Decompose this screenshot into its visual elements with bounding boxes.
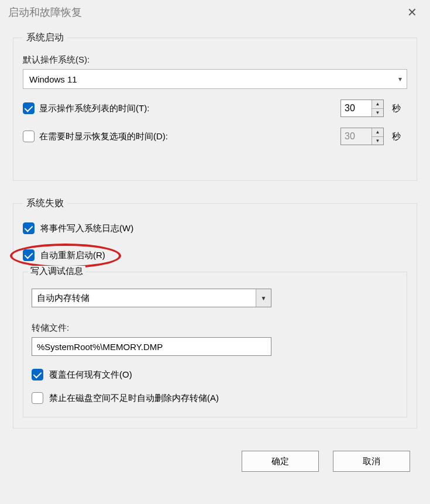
overwrite-label: 覆盖任何现有文件(O)	[49, 369, 132, 380]
window-title: 启动和故障恢复	[8, 5, 82, 19]
default-os-label: 默认操作系统(S):	[23, 54, 407, 66]
close-icon[interactable]: ✕	[403, 3, 422, 22]
show-os-list-seconds-input[interactable]	[341, 100, 371, 116]
chevron-down-icon: ▼	[256, 289, 271, 307]
write-log-label: 将事件写入系统日志(W)	[40, 223, 133, 234]
debug-info-legend: 写入调试信息	[28, 266, 85, 277]
system-failure-legend: 系统失败	[23, 197, 67, 210]
nodelete-label: 禁止在磁盘空间不足时自动删除内存转储(A)	[49, 393, 219, 404]
write-log-checkbox[interactable]	[23, 222, 35, 234]
dump-type-select[interactable]: 自动内存转储 ▼	[32, 289, 271, 307]
spinner-up-icon[interactable]: ▲	[372, 100, 383, 109]
dump-file-input[interactable]: %SystemRoot%\MEMORY.DMP	[32, 337, 271, 356]
dialog-footer: 确定 取消	[0, 445, 430, 478]
debug-info-subgroup: 写入调试信息 自动内存转储 ▼ 转储文件: %SystemRoot%\MEMOR…	[23, 272, 407, 417]
show-os-list-checkbox[interactable]	[23, 102, 35, 114]
dump-file-label: 转储文件:	[32, 323, 398, 334]
default-os-value: Windows 11	[29, 74, 77, 84]
seconds-unit: 秒	[392, 131, 407, 142]
auto-restart-label: 自动重新启动(R)	[40, 250, 105, 261]
chevron-down-icon: ▾	[398, 75, 402, 83]
show-recovery-seconds-input	[341, 128, 371, 145]
titlebar: 启动和故障恢复 ✕	[0, 0, 430, 25]
show-recovery-label: 在需要时显示恢复选项的时间(D):	[39, 131, 168, 142]
system-failure-group: 系统失败 将事件写入系统日志(W) 自动重新启动(R) 写入调试信息 自动内存转…	[13, 197, 417, 428]
system-startup-group: 系统启动 默认操作系统(S): Windows 11 ▾ 显示操作系统列表的时间…	[13, 32, 417, 181]
spinner-down-icon: ▼	[372, 137, 383, 145]
show-os-list-seconds-spinner[interactable]: ▲ ▼	[340, 100, 384, 117]
overwrite-checkbox[interactable]	[32, 369, 43, 380]
dump-file-value: %SystemRoot%\MEMORY.DMP	[37, 342, 163, 352]
spinner-up-icon: ▲	[372, 128, 383, 137]
cancel-button[interactable]: 取消	[333, 451, 410, 472]
show-recovery-checkbox[interactable]	[23, 131, 35, 142]
show-recovery-seconds-spinner: ▲ ▼	[340, 128, 384, 145]
show-os-list-label: 显示操作系统列表的时间(T):	[39, 103, 149, 114]
system-startup-legend: 系统启动	[23, 32, 67, 44]
dump-type-value: 自动内存转储	[37, 293, 90, 304]
nodelete-checkbox[interactable]	[32, 392, 43, 404]
default-os-select[interactable]: Windows 11 ▾	[23, 69, 407, 89]
spinner-down-icon[interactable]: ▼	[372, 109, 383, 117]
seconds-unit: 秒	[392, 103, 407, 114]
auto-restart-checkbox[interactable]	[23, 249, 35, 261]
ok-button[interactable]: 确定	[242, 451, 319, 472]
